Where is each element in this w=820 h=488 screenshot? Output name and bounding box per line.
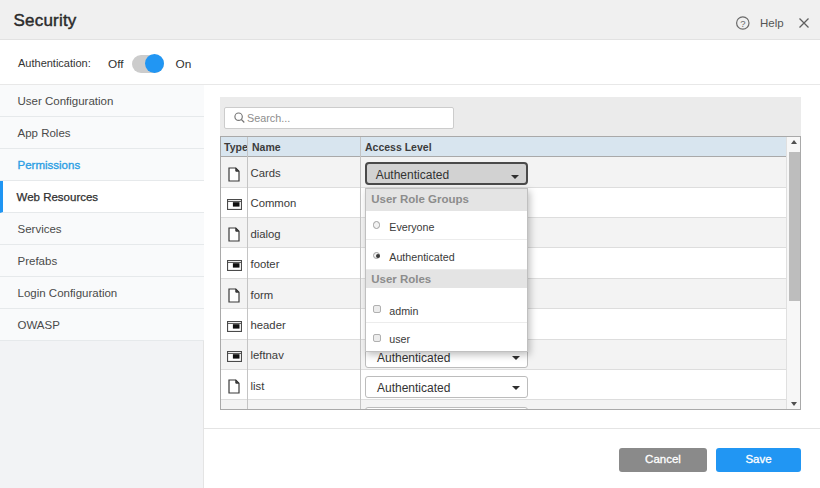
- svg-text:?: ?: [740, 17, 745, 28]
- svg-text:Help: Help: [760, 16, 784, 28]
